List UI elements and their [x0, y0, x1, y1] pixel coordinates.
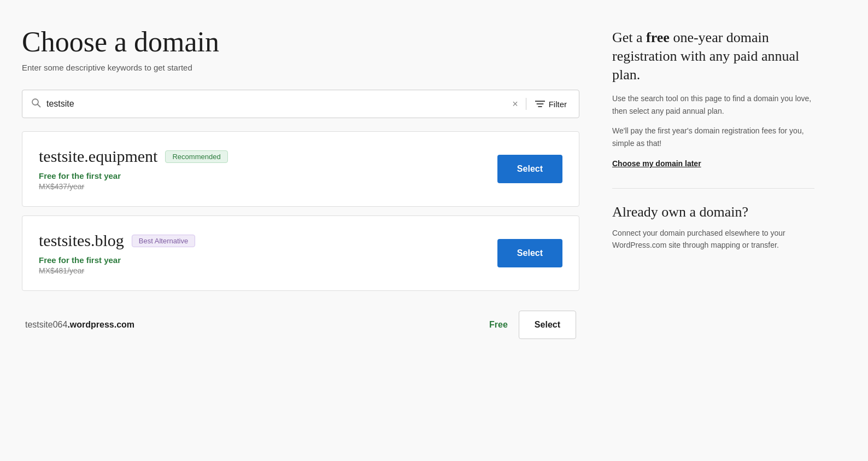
badge-alternative: Best Alternative: [132, 235, 195, 247]
filter-label: Filter: [549, 100, 567, 109]
domain-name-blog: testsites.blog: [39, 231, 124, 250]
domain-free-price-label: Free: [489, 320, 508, 330]
domain-free-suffix: .wordpress.com: [67, 320, 134, 329]
domain-free-prefix: testsite064: [25, 320, 67, 329]
search-bar: × Filter: [22, 90, 579, 118]
domain-name-row-blog: testsites.blog Best Alternative: [39, 231, 497, 250]
svg-line-1: [38, 104, 40, 107]
domain-price-original-equipment: MX$437/year: [39, 182, 497, 191]
page-subtitle: Enter some descriptive keywords to get s…: [22, 63, 579, 72]
domain-free-name: testsite064.wordpress.com: [25, 320, 134, 330]
search-icon: [31, 98, 41, 110]
sidebar-promo-desc-2: We'll pay the first year's domain regist…: [612, 125, 814, 149]
search-clear-button[interactable]: ×: [510, 97, 520, 111]
sidebar-promo-title: Get a free one-year domain registration …: [612, 28, 814, 84]
domain-price-free-blog: Free for the first year: [39, 255, 497, 265]
sidebar-own-desc: Connect your domain purchased elsewhere …: [612, 227, 814, 252]
filter-icon: [535, 100, 545, 108]
domain-info-blog: testsites.blog Best Alternative Free for…: [39, 231, 497, 275]
domain-price-original-blog: MX$481/year: [39, 266, 497, 275]
badge-recommended: Recommended: [165, 150, 227, 163]
domain-name-equipment: testsite.equipment: [39, 147, 157, 166]
select-button-wordpress[interactable]: Select: [519, 311, 576, 339]
sidebar-own-domain: Already own a domain? Connect your domai…: [612, 204, 814, 252]
select-button-blog[interactable]: Select: [497, 239, 562, 267]
domain-card-blog: testsites.blog Best Alternative Free for…: [22, 215, 579, 291]
domain-price-free-equipment: Free for the first year: [39, 171, 497, 180]
choose-domain-later-link[interactable]: Choose my domain later: [612, 159, 701, 168]
main-content: Choose a domain Enter some descriptive k…: [22, 26, 579, 345]
sidebar: Get a free one-year domain registration …: [612, 26, 814, 345]
domain-info-equipment: testsite.equipment Recommended Free for …: [39, 147, 497, 191]
page-title: Choose a domain: [22, 26, 579, 57]
domain-free-row: testsite064.wordpress.com Free Select: [22, 300, 579, 345]
sidebar-own-title: Already own a domain?: [612, 204, 814, 220]
search-input[interactable]: [46, 99, 505, 109]
select-button-equipment[interactable]: Select: [497, 155, 562, 183]
filter-button[interactable]: Filter: [532, 97, 570, 111]
domain-card-equipment: testsite.equipment Recommended Free for …: [22, 131, 579, 207]
sidebar-promo: Get a free one-year domain registration …: [612, 28, 814, 168]
domain-name-row: testsite.equipment Recommended: [39, 147, 497, 166]
sidebar-promo-desc-1: Use the search tool on this page to find…: [612, 92, 814, 117]
sidebar-divider: [612, 188, 814, 189]
search-divider: [526, 98, 526, 110]
